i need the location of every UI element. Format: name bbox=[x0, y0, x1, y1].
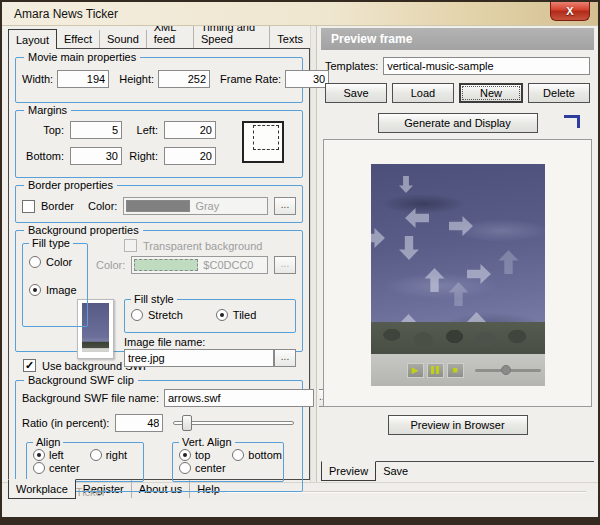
margin-right-label: Right: bbox=[128, 150, 158, 162]
group-title: Fill type bbox=[29, 237, 73, 249]
fill-color-radio[interactable] bbox=[29, 256, 41, 268]
stop-icon: ■ bbox=[452, 366, 457, 375]
align-left-radio[interactable] bbox=[33, 449, 45, 461]
preview-panel: Preview frame Templates: Save Load New D… bbox=[317, 26, 598, 482]
background-color-label: Color: bbox=[96, 259, 125, 271]
align-center-label: center bbox=[49, 462, 80, 474]
playback-slider[interactable] bbox=[475, 363, 541, 378]
generate-and-display-button[interactable]: Generate and Display bbox=[378, 113, 538, 133]
main-area: Layout Effect Sound XML feed Timing and … bbox=[2, 26, 598, 482]
tab-layout[interactable]: Layout bbox=[8, 29, 57, 49]
vert-align-group: Vert. Align top bottom center bbox=[172, 442, 284, 482]
margins-preview-icon bbox=[242, 121, 284, 163]
pause-button[interactable] bbox=[427, 363, 444, 378]
background-properties-group: Background properties Fill type Color Im… bbox=[15, 230, 303, 352]
background-color-value: $C0DCC0 bbox=[203, 259, 253, 271]
preview-in-browser-button[interactable]: Preview in Browser bbox=[388, 415, 528, 435]
image-file-name-label: Image file name: bbox=[124, 336, 296, 348]
transparent-background-checkbox[interactable] bbox=[124, 239, 137, 252]
image-file-browse-button[interactable]: ... bbox=[274, 349, 296, 367]
margin-bottom-label: Bottom: bbox=[22, 150, 64, 162]
group-title: Border properties bbox=[24, 179, 117, 191]
align-right-label: right bbox=[106, 449, 127, 461]
preview-tab-strip-container: Preview Save bbox=[321, 461, 594, 482]
valign-bottom-radio[interactable] bbox=[232, 449, 244, 461]
group-title: Background properties bbox=[24, 224, 143, 236]
group-title: Margins bbox=[24, 104, 71, 116]
stretch-radio[interactable] bbox=[131, 309, 143, 321]
settings-panel: Layout Effect Sound XML feed Timing and … bbox=[2, 26, 310, 482]
height-input[interactable] bbox=[158, 70, 210, 88]
tab-effect[interactable]: Effect bbox=[57, 30, 100, 48]
valign-bottom-label: bottom bbox=[248, 449, 282, 461]
swf-file-name-input[interactable] bbox=[164, 389, 314, 407]
slider-thumb[interactable] bbox=[182, 415, 192, 431]
valign-center-radio[interactable] bbox=[179, 462, 191, 474]
group-title: Background SWF clip bbox=[24, 374, 138, 386]
background-color-browse-button[interactable]: ... bbox=[274, 256, 296, 274]
frame-rate-label: Frame Rate: bbox=[220, 73, 281, 85]
player-bar: ▶ ■ bbox=[371, 354, 545, 386]
align-center-radio[interactable] bbox=[33, 462, 45, 474]
width-input[interactable] bbox=[57, 70, 109, 88]
preview-tab-strip: Preview Save bbox=[321, 461, 594, 482]
tab-save[interactable]: Save bbox=[376, 462, 415, 480]
delete-template-button[interactable]: Delete bbox=[528, 83, 590, 103]
ratio-slider[interactable] bbox=[173, 414, 296, 432]
align-group: Align left right center bbox=[26, 442, 144, 482]
playback-thumb[interactable] bbox=[501, 365, 511, 375]
ratio-input[interactable] bbox=[115, 414, 163, 432]
pause-icon bbox=[431, 366, 439, 374]
stop-button[interactable]: ■ bbox=[447, 363, 464, 378]
margin-bottom-input[interactable] bbox=[70, 147, 122, 165]
margin-left-label: Left: bbox=[128, 124, 158, 136]
play-icon: ▶ bbox=[412, 366, 419, 375]
group-title: Fill style bbox=[131, 293, 177, 305]
window-title: Amara News Ticker bbox=[14, 7, 118, 21]
valign-center-label: center bbox=[195, 462, 226, 474]
top-tab-strip: Layout Effect Sound XML feed Timing and … bbox=[8, 28, 310, 48]
play-button[interactable]: ▶ bbox=[407, 363, 424, 378]
preview-display-area: ▶ ■ bbox=[323, 139, 592, 407]
new-template-button[interactable]: New bbox=[459, 83, 523, 103]
valign-top-label: top bbox=[195, 449, 210, 461]
margin-left-input[interactable] bbox=[164, 121, 216, 139]
save-template-button[interactable]: Save bbox=[325, 83, 387, 103]
trees-silhouette bbox=[371, 322, 545, 354]
fill-image-radio[interactable] bbox=[29, 284, 41, 296]
app-window: Amara News Ticker X Layout Effect Sound … bbox=[0, 0, 600, 525]
border-color-combo[interactable]: Gray bbox=[123, 197, 268, 215]
tab-texts[interactable]: Texts bbox=[270, 30, 310, 48]
valign-top-radio[interactable] bbox=[179, 449, 191, 461]
transparent-background-label: Transparent background bbox=[143, 240, 262, 252]
group-title: Align bbox=[33, 436, 63, 448]
close-button[interactable]: X bbox=[550, 2, 590, 21]
width-label: Width: bbox=[22, 73, 53, 85]
swf-file-name-label: Background SWF file name: bbox=[22, 392, 159, 404]
border-checkbox-label: Border bbox=[41, 200, 74, 212]
align-left-label: left bbox=[49, 449, 64, 461]
stretch-radio-label: Stretch bbox=[148, 309, 183, 321]
margin-top-input[interactable] bbox=[70, 121, 122, 139]
fill-style-group: Fill style Stretch Tiled bbox=[124, 299, 296, 333]
preview-frame-header: Preview frame bbox=[321, 28, 594, 50]
templates-input[interactable] bbox=[383, 57, 590, 75]
tab-preview[interactable]: Preview bbox=[321, 461, 376, 481]
ticker-preview-image: ▶ ■ bbox=[371, 164, 545, 386]
tab-sound[interactable]: Sound bbox=[100, 30, 147, 48]
image-file-name-input[interactable] bbox=[124, 349, 274, 367]
tab-workplace[interactable]: Workplace bbox=[8, 479, 76, 499]
panel-splitter[interactable] bbox=[310, 26, 317, 482]
load-template-button[interactable]: Load bbox=[392, 83, 454, 103]
border-color-browse-button[interactable]: ... bbox=[274, 197, 296, 215]
margin-top-label: Top: bbox=[22, 124, 64, 136]
layout-tab-page: Movie main properties Width: Height: Fra… bbox=[8, 48, 310, 480]
background-color-combo[interactable]: $C0DCC0 bbox=[131, 256, 268, 274]
margin-right-input[interactable] bbox=[164, 147, 216, 165]
close-icon: X bbox=[566, 5, 573, 17]
border-color-swatch bbox=[126, 200, 190, 212]
border-checkbox[interactable] bbox=[22, 200, 35, 213]
align-right-radio[interactable] bbox=[90, 449, 102, 461]
tiled-radio[interactable] bbox=[216, 309, 228, 321]
margins-group: Margins Top: Left: Bottom: bbox=[15, 110, 303, 178]
